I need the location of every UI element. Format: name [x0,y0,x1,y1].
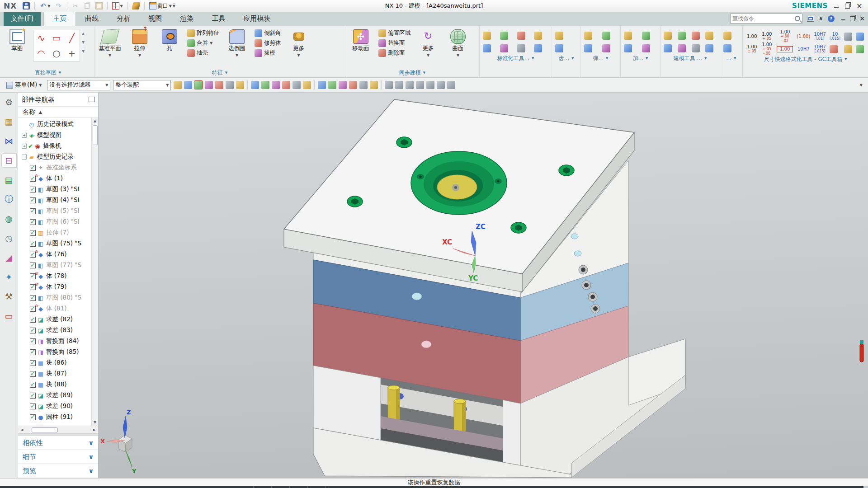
doc-restore-button[interactable] [850,16,855,21]
surface-button[interactable]: 曲面▼ [444,28,472,59]
spline-icon[interactable]: ∿ [38,33,45,43]
feature-checkbox[interactable] [30,230,36,236]
tab-6[interactable]: 工具 [203,12,234,26]
check-part-icon[interactable] [624,32,632,40]
tree-row[interactable]: ◪求差 (89) [18,390,91,401]
slash-tool-icon[interactable] [349,81,357,89]
find-command-input[interactable] [732,15,795,22]
tree-row[interactable]: ◪求差 (82) [18,314,91,325]
select-window-icon[interactable] [395,81,403,89]
group-label-gear[interactable]: 齿...▼ [553,54,579,63]
palette-expand-icon[interactable]: ▼ [82,49,85,53]
menu-button[interactable]: 菜单(M)▼ [4,80,44,90]
replace-face-button[interactable]: 替换面 [377,38,412,48]
feature-checkbox[interactable] [30,414,36,420]
circle-center-icon[interactable] [318,81,326,89]
hole-button[interactable]: 孔 [156,28,184,54]
snap-endpoint-icon[interactable] [205,81,213,89]
csys-part-icon[interactable] [642,44,650,52]
tree-row[interactable]: +◈模型视图 [18,130,91,141]
feature-checkbox[interactable] [30,219,36,225]
tree-row[interactable]: ◆⊘体 (79) [18,282,91,292]
feature-checkbox[interactable] [30,360,36,366]
dim-format-chip[interactable]: 1.00±.05 [747,45,757,54]
tree-horizontal-scrollbar[interactable]: ◄ ► [18,426,98,433]
wrench-cube-icon[interactable] [517,44,525,52]
verify-cube-icon[interactable] [534,32,542,40]
tab-7[interactable]: 应用模块 [234,12,279,26]
roles-icon[interactable]: ⚒ [2,290,16,303]
reuse-library-icon[interactable]: ▤ [2,173,16,187]
dim-format-chip[interactable]: 10H7[.01] [814,32,826,41]
web-browser-icon[interactable]: ◍ [2,212,16,225]
feature-more-button[interactable]: 更多▼ [285,28,313,59]
tree-row[interactable]: ■块 (88) [18,379,91,390]
mold-model[interactable] [284,99,685,478]
feature-checkbox[interactable] [30,187,36,192]
trim-body-button[interactable]: 修剪体 [253,38,283,48]
dim-format-chip[interactable]: 1.00+.05 -.00 [760,42,773,56]
dim-format-chip[interactable]: 1.00 [747,34,757,39]
tree-row[interactable]: ●圆柱 (91) [18,412,91,422]
draft-button[interactable]: 拔模 [253,48,283,58]
section-preview[interactable]: 预览∨ [18,464,98,478]
grid-part-icon[interactable] [624,44,632,52]
assembly-navigator-icon[interactable]: ▦ [2,115,16,128]
work-datum-icon[interactable] [184,81,192,89]
tree-row[interactable]: ◧草图 (3) "SI [18,184,91,195]
line2-tool-icon[interactable] [272,81,280,89]
brush-tool-icon[interactable] [602,44,610,52]
feature-checkbox[interactable] [30,338,36,344]
snap-point-icon[interactable] [174,81,182,89]
diameter-strike-icon[interactable] [856,33,864,41]
folder-add-icon[interactable] [692,32,700,40]
tree-row[interactable]: ◪求差 (90) [18,401,91,412]
palette-scroll-up-icon[interactable]: ▲ [82,32,85,36]
tab-file[interactable]: 文件(F) [4,12,41,26]
gear-hand-icon[interactable] [555,44,563,52]
spring-icon[interactable] [584,32,592,40]
edge-blend-button[interactable]: 边倒圆▼ [223,28,251,59]
dim-format-chip[interactable]: 1.00+.00 -.02 [777,30,793,43]
chamfer-button[interactable]: 倒斜角 [253,28,283,38]
snap-intersection-icon[interactable] [292,81,301,89]
point-dialog-icon[interactable] [194,81,203,89]
clip-section-icon[interactable] [226,81,234,89]
group-label-modeling-tools[interactable]: 建模工具 ...▼ [662,54,718,63]
manufacturing-wizard-icon[interactable]: ✦ [2,270,16,284]
shaded-cube-icon[interactable] [236,81,244,89]
undo-button[interactable]: ↶▼ [38,2,52,10]
brush-button[interactable] [131,2,141,10]
arc-icon[interactable]: ◠ [37,48,45,59]
extrude-button[interactable]: 拉伸▼ [126,28,154,59]
solid-tool-icon[interactable] [370,81,378,89]
group-label-standard-tools[interactable]: 标准化工具...▼ [481,54,550,63]
graphics-viewport[interactable]: ZC XC YC Z X Y [99,93,868,478]
line-icon[interactable]: ╱ [69,33,75,43]
find-command-box[interactable] [730,14,802,23]
pen-spring-icon[interactable] [602,32,610,40]
group-label-spring[interactable]: 弹...▼ [582,54,619,63]
feature-checkbox[interactable] [30,241,36,247]
line-tool-icon[interactable] [261,81,269,89]
move-face-button[interactable]: 移动面 [347,28,375,54]
unite-button[interactable]: 合并▼ [185,38,221,48]
tab-3[interactable]: 分析 [108,12,139,26]
tree-row[interactable]: ◧草图 (77) "S [18,260,91,271]
diameter-icon[interactable] [844,45,852,53]
dim-format-chip[interactable]: (1.00) [797,34,810,39]
delete-face-button[interactable]: 删除面 [377,48,412,58]
process-studio-icon[interactable]: ◢ [2,251,16,264]
face-tool-icon[interactable] [359,81,368,89]
layer-stack-icon[interactable] [483,44,491,52]
scroll-down-icon[interactable]: ▼ [92,419,98,426]
section-details[interactable]: 细节∨ [18,450,98,464]
sketch-button[interactable]: 草图 [3,28,31,54]
red-table-icon[interactable] [678,32,686,40]
tab-1[interactable]: 主页 [43,12,76,26]
expand-icon[interactable]: + [22,144,27,149]
history-icon[interactable]: ◷ [2,231,16,245]
snap-midpoint-icon[interactable] [251,81,259,89]
tree-row[interactable]: +✔◉摄像机 [18,141,91,151]
scroll-right-icon[interactable]: ► [91,427,98,432]
